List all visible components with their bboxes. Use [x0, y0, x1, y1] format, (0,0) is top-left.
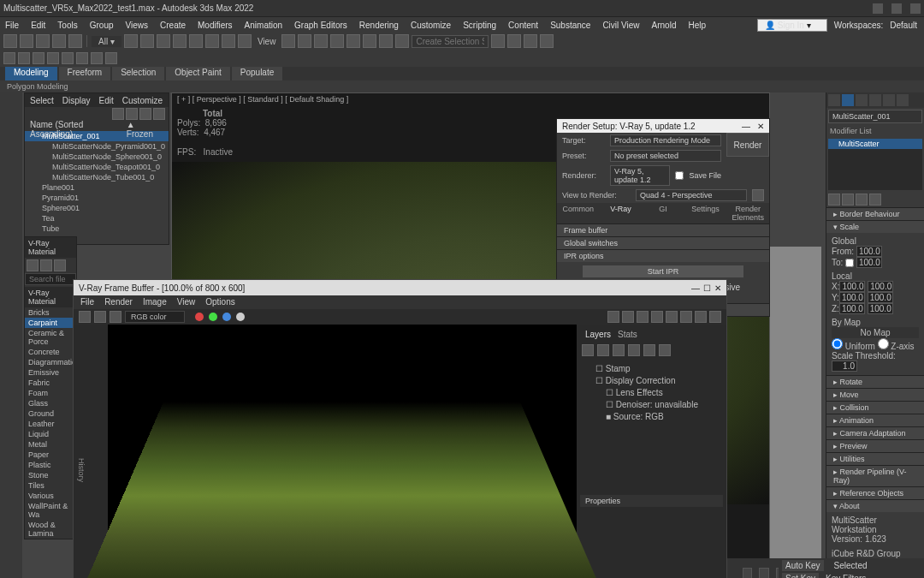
scene-item[interactable]: MultiScatterNode_Pyramid001_0	[25, 141, 169, 152]
vfb-minimize-icon[interactable]: —	[691, 283, 700, 293]
menu-help[interactable]: Help	[688, 21, 706, 30]
signin-button[interactable]: 👤 Sign In ▾	[757, 19, 827, 32]
se-tool-2-icon[interactable]	[126, 108, 138, 120]
snap-icon[interactable]	[205, 34, 219, 48]
angle-snap-icon[interactable]	[222, 34, 235, 48]
vfb-layer-add-icon[interactable]	[582, 344, 594, 356]
mat-item[interactable]: Metal	[25, 439, 76, 450]
vfb-menu-render[interactable]: Render	[104, 297, 133, 307]
prev-frame-icon[interactable]	[759, 568, 769, 578]
mat-item[interactable]: Ceramic & Porce	[25, 328, 76, 347]
rs-tab-vray[interactable]: V-Ray	[600, 203, 643, 223]
vfb-folder-icon[interactable]	[597, 344, 609, 356]
layer-source[interactable]: ■ Source: RGB	[585, 411, 718, 423]
mat-item[interactable]: Leather	[25, 419, 76, 429]
scale-threshold-spinner[interactable]: 1.0	[832, 361, 857, 372]
stack-tool-1-icon[interactable]	[828, 194, 840, 206]
mat-item[interactable]: Glass	[25, 398, 76, 408]
layer-display[interactable]: ☐ Display Correction	[585, 375, 718, 387]
mat-item[interactable]: Emissive	[25, 367, 76, 378]
vfb-list-icon[interactable]	[628, 344, 640, 356]
start-ipr-button[interactable]: Start IPR	[583, 265, 743, 277]
mat-item[interactable]: Diagrammatic	[25, 357, 76, 367]
rs-view-dropdown[interactable]: Quad 4 - Perspective	[636, 189, 747, 201]
uniform-radio[interactable]	[832, 338, 843, 349]
vfb-refresh-icon[interactable]	[680, 311, 692, 323]
vfb-stop-icon[interactable]	[709, 311, 721, 323]
menu-rendering[interactable]: Rendering	[359, 21, 399, 30]
vfb-t4-icon[interactable]	[651, 311, 663, 323]
lock-icon[interactable]	[752, 189, 764, 201]
menu-civilview[interactable]: Civil View	[602, 21, 639, 30]
stack-tool-4-icon[interactable]	[869, 194, 881, 206]
ribbon-objectpaint[interactable]: Object Paint	[166, 67, 229, 80]
minimize-button[interactable]	[873, 3, 883, 14]
rollout-about[interactable]: About	[826, 499, 924, 512]
vfb-maximize-icon[interactable]: ☐	[703, 283, 711, 293]
mat-item[interactable]: Concrete	[25, 347, 76, 357]
keyfilters-button[interactable]: Key Filters...	[822, 573, 877, 578]
create-tab-icon[interactable]	[828, 94, 840, 106]
render-setup-icon[interactable]	[379, 34, 393, 48]
rs-tab-settings[interactable]: Settings	[684, 203, 727, 223]
scene-item[interactable]: MultiScatterNode_Teapot001_0	[25, 162, 169, 172]
autokey-button[interactable]: Auto Key	[782, 560, 824, 571]
move-icon[interactable]	[140, 34, 154, 48]
select-icon[interactable]	[124, 34, 138, 48]
selection-set-input[interactable]	[412, 35, 489, 48]
render-icon[interactable]	[395, 34, 409, 48]
green-channel-icon[interactable]	[209, 313, 217, 321]
vfb-plus-icon[interactable]	[110, 311, 121, 323]
rollout-scale[interactable]: Scale	[826, 220, 924, 233]
maximize-button[interactable]	[891, 3, 902, 14]
rollout-camera[interactable]: Camera Adaptation	[826, 426, 924, 439]
mat-item[interactable]: Wood & Lamina	[25, 520, 76, 539]
rs-savefile-check[interactable]	[675, 171, 684, 180]
vfb-history-tab[interactable]: History	[74, 325, 108, 578]
layers-icon[interactable]	[314, 34, 328, 48]
vfb-t3-icon[interactable]	[637, 311, 649, 323]
rollout-renderpipeline[interactable]: Render Pipeline (V-Ray)	[826, 465, 924, 486]
mat-item[interactable]: Carpaint	[25, 318, 76, 328]
rs-minimize-icon[interactable]: —	[742, 122, 750, 131]
t2-8-icon[interactable]	[105, 52, 117, 64]
rollout-move[interactable]: Move	[826, 388, 924, 401]
rollout-collision[interactable]: Collision	[826, 401, 924, 414]
rs-tab-renderelem[interactable]: Render Elements	[726, 203, 769, 223]
layer-stamp[interactable]: ☐ Stamp	[585, 363, 718, 375]
rs-renderer-dropdown[interactable]: V-Ray 5, update 1.2	[610, 165, 670, 186]
layer-lens[interactable]: ☐ Lens Effects	[585, 387, 718, 399]
undo-icon[interactable]	[3, 34, 17, 48]
mat-tool-3-icon[interactable]	[54, 259, 66, 271]
link-icon[interactable]	[36, 34, 50, 48]
mat-item[interactable]: Various	[25, 491, 76, 501]
tool-c-icon[interactable]	[524, 34, 537, 48]
menu-create[interactable]: Create	[160, 21, 186, 30]
rollout-border[interactable]: Border Behaviour	[826, 207, 924, 220]
t2-1-icon[interactable]	[3, 52, 15, 64]
vfb-t1-icon[interactable]	[607, 311, 619, 323]
mat-search-input[interactable]	[25, 273, 76, 285]
layer-denoiser[interactable]: ☐ Denoiser: unavailable	[585, 399, 718, 411]
t2-3-icon[interactable]	[33, 52, 44, 64]
scene-item[interactable]: Pyramid01	[25, 193, 169, 203]
rollout-rotate[interactable]: Rotate	[826, 375, 924, 388]
hierarchy-tab-icon[interactable]	[856, 94, 868, 106]
mat-item[interactable]: Liquid	[25, 429, 76, 439]
menu-tools[interactable]: Tools	[57, 21, 77, 30]
bind-icon[interactable]	[68, 34, 82, 48]
menu-customize[interactable]: Customize	[411, 21, 451, 30]
mat-tool-2-icon[interactable]	[40, 259, 52, 271]
alpha-channel-icon[interactable]	[236, 313, 245, 321]
workspaces-dropdown[interactable]: Default	[890, 21, 917, 30]
vfb-menu-image[interactable]: Image	[143, 297, 167, 307]
menu-group[interactable]: Group	[90, 21, 114, 30]
vfb-image[interactable]	[108, 325, 577, 578]
vfb-render-icon[interactable]	[695, 311, 707, 323]
se-tool-3-icon[interactable]	[139, 108, 151, 120]
mat-item[interactable]: Plastic	[25, 460, 76, 470]
redo-icon[interactable]	[20, 34, 33, 48]
stack-multiscatter[interactable]: MultiScatter	[828, 139, 922, 149]
zaxis-radio[interactable]	[878, 338, 889, 349]
stack-tool-3-icon[interactable]	[856, 194, 868, 206]
